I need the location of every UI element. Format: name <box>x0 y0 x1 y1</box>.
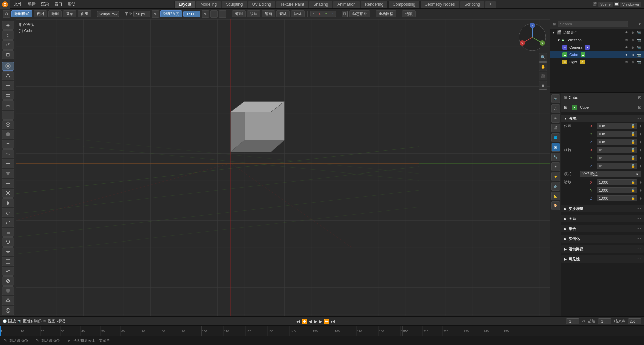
instancing-header[interactable]: ▶ 实例化 ··· <box>561 235 644 243</box>
outliner-cube[interactable]: ▲ Cube ▲ 👁 ⊕ 📷 <box>550 51 644 58</box>
view-layer-name[interactable]: ViewLayer <box>620 2 641 7</box>
delta-transform-header[interactable]: ▶ 变换增量 ··· <box>561 205 644 212</box>
left-tool-draw-face-sets[interactable] <box>2 296 14 305</box>
rot-y-value[interactable]: 0° 🔒 <box>597 155 637 161</box>
tab-compositing[interactable]: Compositing <box>388 1 420 8</box>
left-tool-flatten[interactable] <box>2 159 14 168</box>
collections-header[interactable]: ▶ 集合 ··· <box>561 225 644 232</box>
menu-help[interactable]: 帮助 <box>65 0 78 9</box>
sculpt-menu[interactable]: 雕刻 <box>48 10 62 17</box>
outliner-light[interactable]: ☀ Light ☀ 👁 ⊕ 📷 <box>550 58 644 66</box>
collection-cursor[interactable]: ⊕ <box>630 37 635 43</box>
light-render[interactable]: 📷 <box>636 59 641 65</box>
sculpt-mode-selector[interactable]: 雕刻模式 <box>11 10 32 17</box>
left-tool-multiplane[interactable] <box>2 179 14 188</box>
texture-menu[interactable]: 纹理 <box>247 10 260 17</box>
transform-header[interactable]: ▼ 变换 ··· <box>561 115 644 122</box>
rot-x-anim[interactable]: ⧫ <box>640 148 641 152</box>
prev-frame-btn[interactable]: ◀ <box>309 319 312 324</box>
outliner-scene-collection[interactable]: ▼ 🎬 场景集合 👁 ⊕ 📷 <box>550 29 644 36</box>
left-tool-rotate[interactable] <box>2 237 14 247</box>
options-right-btn[interactable]: 选项 <box>402 10 416 17</box>
tab-layout[interactable]: Layout <box>174 1 195 8</box>
loc-y-lock[interactable]: 🔒 <box>631 132 635 136</box>
left-tool-snake-hook[interactable] <box>2 218 14 227</box>
scale-y-anim[interactable]: ⧫ <box>640 189 641 192</box>
scale-z-lock[interactable]: 🔒 <box>631 196 635 200</box>
camera-view-btn[interactable]: 🎥 <box>539 72 547 80</box>
prop-tab-particles[interactable]: ✦ <box>551 162 560 171</box>
left-tool-multires-disp-eraser[interactable] <box>2 306 14 315</box>
remesh-btn[interactable]: 重构网格 <box>376 10 396 17</box>
radius-input[interactable] <box>133 11 150 17</box>
tab-sculpting[interactable]: Sculpting <box>222 1 247 8</box>
loc-x-anim[interactable]: ⧫ <box>640 124 641 128</box>
left-tool-slide-relax[interactable] <box>2 247 14 256</box>
left-tool-clay[interactable] <box>2 81 14 90</box>
left-tool-blob[interactable] <box>2 130 14 139</box>
prop-tab-material[interactable]: 🎨 <box>551 201 560 210</box>
prop-tab-physics[interactable]: ⚡ <box>551 172 560 181</box>
scale-z-value[interactable]: 1.000 🔒 <box>597 195 637 201</box>
mesh-expand[interactable]: ⊠ <box>638 105 641 110</box>
scale-z-anim[interactable]: ⧫ <box>640 197 641 200</box>
prev-keyframe-btn[interactable]: ⏪ <box>302 319 307 324</box>
left-tool-boundary[interactable] <box>2 257 14 266</box>
end-frame-input[interactable] <box>628 318 641 324</box>
left-tool-clay-thumb[interactable] <box>2 100 14 110</box>
rot-z-anim[interactable]: ⧫ <box>640 164 641 168</box>
left-tool-elastic-deform[interactable] <box>2 208 14 217</box>
left-tool-cursor[interactable]: ⊕ <box>2 21 14 30</box>
select-cursor[interactable]: ⊕ <box>630 30 635 35</box>
timeline-mode-btn[interactable]: 固放 <box>8 318 16 324</box>
left-tool-mask[interactable] <box>2 286 14 295</box>
visibility-eye[interactable]: 👁 <box>624 30 629 35</box>
collections-options[interactable]: ··· <box>636 226 641 231</box>
relations-header[interactable]: ▶ 关系 ··· <box>561 215 644 222</box>
relations-options[interactable]: ··· <box>636 216 641 221</box>
tab-rendering[interactable]: Rendering <box>361 1 388 8</box>
timeline-ruler[interactable]: 1 10 20 30 40 50 60 70 80 90 1 <box>0 326 644 336</box>
dynamic-topo-btn[interactable]: 动态拓扑 <box>349 10 370 17</box>
tab-scripting[interactable]: Scripting <box>460 1 484 8</box>
prop-tab-constraints[interactable]: 🔗 <box>551 182 560 191</box>
left-tool-scale[interactable]: ⊡ <box>2 50 14 59</box>
camera-eye[interactable]: 👁 <box>624 45 629 50</box>
camera-render[interactable]: 📷 <box>636 45 641 50</box>
camera-cursor[interactable]: ⊕ <box>630 45 635 50</box>
tab-geometry-nodes[interactable]: Geometry Nodes <box>420 1 460 8</box>
menu-window[interactable]: 窗口 <box>52 0 65 9</box>
brush-menu[interactable]: 笔刷 <box>232 10 246 17</box>
outliner-search[interactable] <box>558 21 628 27</box>
strength-input[interactable] <box>183 11 200 17</box>
rot-x-value[interactable]: 0° 🔒 <box>597 147 637 153</box>
tab-shading[interactable]: Shading <box>309 1 332 8</box>
prop-tab-data[interactable]: 📐 <box>551 192 560 200</box>
prop-tab-render[interactable]: 📷 <box>551 94 560 103</box>
left-tool-inflate[interactable] <box>2 120 14 129</box>
loc-z-lock[interactable]: 🔒 <box>631 140 635 144</box>
loc-y-value[interactable]: 0 m 🔒 <box>597 131 637 137</box>
instancing-options[interactable]: ··· <box>636 236 641 242</box>
tab-modeling[interactable]: Modeling <box>196 1 221 8</box>
scale-y-value[interactable]: 1.000 🔒 <box>597 187 637 193</box>
scale-x-lock[interactable]: 🔒 <box>631 180 635 184</box>
jump-end-btn[interactable]: ⏭ <box>331 319 335 324</box>
prop-tab-modifier[interactable]: 🔧 <box>551 153 560 161</box>
outliner-sort-icon[interactable]: ⋮ <box>631 22 635 26</box>
loc-z-anim[interactable]: ⧫ <box>640 140 641 144</box>
z-axis-btn[interactable]: Z <box>329 11 336 17</box>
x-axis-btn[interactable]: X <box>316 11 323 17</box>
left-tool-rotate[interactable]: ↺ <box>2 40 14 49</box>
options-menu[interactable]: 游标 <box>291 10 305 17</box>
left-tool-scrape[interactable] <box>2 169 14 178</box>
loc-x-value[interactable]: 0 m 🔒 <box>597 123 637 129</box>
menu-edit[interactable]: 编辑 <box>25 0 38 9</box>
scale-x-anim[interactable]: ⧫ <box>640 181 641 184</box>
cube-cursor[interactable]: ⊕ <box>630 52 635 57</box>
view-menu[interactable]: 视图 <box>34 10 47 17</box>
mode-icon[interactable]: ⬡ <box>3 10 10 18</box>
loc-z-value[interactable]: 0 m 🔒 <box>597 139 637 145</box>
left-tool-sculpt-draw[interactable] <box>2 62 14 71</box>
left-tool-grab[interactable] <box>2 198 14 207</box>
